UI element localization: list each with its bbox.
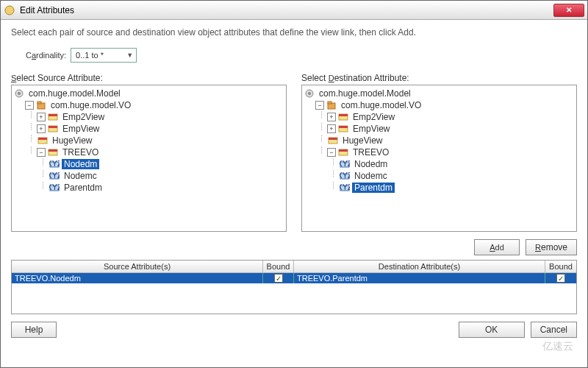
svg-text:XYZ: XYZ <box>340 183 350 191</box>
cancel-button[interactable]: Cancel <box>531 322 577 338</box>
destination-pane-label: Select Destination Attribute: <box>301 73 577 83</box>
tree-attr-item[interactable]: ┊XYZNodemc <box>13 170 284 182</box>
svg-rect-8 <box>49 126 57 128</box>
cell-destination: TREEVO.Parentdm <box>294 273 545 283</box>
dialog-title: Edit Attributes <box>20 5 553 15</box>
svg-rect-22 <box>328 102 331 104</box>
cardinality-row: Cardinality: 0..1 to * <box>11 48 577 63</box>
model-icon <box>304 88 315 99</box>
tree-view-item[interactable]: ┊−TREEVO <box>13 146 284 158</box>
svg-text:XYZ: XYZ <box>49 159 60 168</box>
source-tree[interactable]: com.huge.model.Model − com.huge.model.VO… <box>11 85 287 232</box>
add-remove-row: Add Remove <box>11 239 577 255</box>
svg-rect-6 <box>49 114 57 116</box>
svg-rect-30 <box>339 149 348 152</box>
checkbox-icon[interactable]: ✓ <box>274 274 283 283</box>
attribute-icon: XYZ <box>339 158 351 170</box>
source-selected-node: Nodedm <box>62 159 99 169</box>
svg-rect-10 <box>38 138 47 140</box>
view-icon <box>327 135 339 146</box>
destination-pane: Select Destination Attribute: com.huge.m… <box>301 73 577 232</box>
package-icon <box>326 99 337 111</box>
tree-package[interactable]: − com.huge.model.VO <box>13 99 284 111</box>
source-pane: Select Source Attribute: com.huge.model.… <box>11 73 287 232</box>
tree-attr-item[interactable]: ┊XYZParentdm <box>304 182 575 194</box>
svg-text:XYZ: XYZ <box>340 171 350 180</box>
expander-icon[interactable]: − <box>315 101 324 110</box>
svg-rect-4 <box>37 102 41 104</box>
dest-selected-node: Parentdm <box>352 183 395 193</box>
col-destination: Destination Attribute(s) <box>294 261 545 272</box>
checkbox-icon[interactable]: ✓ <box>556 274 565 283</box>
titlebar: Edit Attributes ✕ <box>1 1 587 20</box>
destination-tree[interactable]: com.huge.model.Model − com.huge.model.VO… <box>301 85 577 232</box>
help-button[interactable]: Help <box>11 322 57 338</box>
table-header: Source Attribute(s) Bound Destination At… <box>12 261 576 273</box>
package-icon <box>35 99 47 111</box>
view-icon <box>337 146 349 158</box>
tree-attr-item[interactable]: ┊XYZNodedm <box>13 158 284 170</box>
attribute-icon: XYZ <box>339 170 351 182</box>
tree-view-item[interactable]: ┊HugeView <box>13 135 284 146</box>
expander-icon[interactable]: + <box>37 113 46 121</box>
tree-root[interactable]: com.huge.model.Model <box>13 88 284 99</box>
view-icon <box>337 123 349 135</box>
svg-rect-12 <box>49 149 57 152</box>
view-icon <box>47 123 59 135</box>
svg-rect-26 <box>339 126 348 128</box>
svg-text:XYZ: XYZ <box>49 183 60 191</box>
expander-icon[interactable]: + <box>37 124 46 133</box>
tree-attr-item[interactable]: ┊XYZNodedm <box>304 158 575 170</box>
dialog-window: Edit Attributes ✕ Select each pair of so… <box>0 0 588 368</box>
tree-view-item[interactable]: ┊+EmpView <box>13 123 284 135</box>
expander-icon[interactable]: + <box>327 113 336 121</box>
expander-icon[interactable]: + <box>327 124 336 133</box>
model-icon <box>13 88 25 99</box>
content-area: Select each pair of source and destinati… <box>1 20 587 367</box>
tree-view-item[interactable]: ┊HugeView <box>304 135 575 146</box>
remove-button[interactable]: Remove <box>526 239 577 255</box>
col-bound-src: Bound <box>263 261 294 272</box>
svg-text:XYZ: XYZ <box>340 159 350 168</box>
attribute-icon: XYZ <box>49 158 60 170</box>
app-icon <box>4 4 15 16</box>
source-pane-label: Select Source Attribute: <box>11 73 287 83</box>
view-icon <box>47 111 59 123</box>
expander-icon[interactable]: − <box>25 101 34 110</box>
attribute-icon: XYZ <box>49 182 60 194</box>
tree-attr-item[interactable]: ┊XYZParentdm <box>13 182 284 194</box>
svg-rect-28 <box>329 138 337 140</box>
svg-point-0 <box>5 6 14 15</box>
tree-attr-item[interactable]: ┊XYZNodemc <box>304 170 575 182</box>
footer: Help OK Cancel <box>11 314 577 338</box>
view-icon <box>47 146 59 158</box>
cell-source: TREEVO.Nodedm <box>12 273 263 283</box>
tree-root[interactable]: com.huge.model.Model <box>304 88 575 99</box>
col-bound-dst: Bound <box>545 261 576 272</box>
cell-bound-src[interactable]: ✓ <box>263 273 294 283</box>
view-icon <box>37 135 49 146</box>
tree-view-item[interactable]: ┊−TREEVO <box>304 146 575 158</box>
tree-package[interactable]: − com.huge.model.VO <box>304 99 575 111</box>
view-icon <box>337 111 349 123</box>
table-row[interactable]: TREEVO.Nodedm ✓ TREEVO.Parentdm ✓ <box>12 273 576 283</box>
svg-point-20 <box>308 92 311 95</box>
attribute-icon: XYZ <box>49 170 60 182</box>
add-button[interactable]: Add <box>474 239 520 255</box>
tree-view-item[interactable]: ┊+Emp2View <box>13 111 284 123</box>
tree-view-item[interactable]: ┊+Emp2View <box>304 111 575 123</box>
cardinality-label: Cardinality: <box>26 50 66 60</box>
cell-bound-dst[interactable]: ✓ <box>545 273 576 283</box>
ok-button[interactable]: OK <box>459 322 525 338</box>
svg-text:XYZ: XYZ <box>49 171 60 180</box>
instruction-text: Select each pair of source and destinati… <box>11 27 577 38</box>
cardinality-select[interactable]: 0..1 to * <box>71 48 137 63</box>
attribute-icon: XYZ <box>339 182 351 194</box>
tree-view-item[interactable]: ┊+EmpView <box>304 123 575 135</box>
svg-point-2 <box>18 92 21 95</box>
attribute-panes: Select Source Attribute: com.huge.model.… <box>11 73 577 232</box>
close-button[interactable]: ✕ <box>553 4 584 17</box>
expander-icon[interactable]: − <box>327 148 336 157</box>
mapping-table: Source Attribute(s) Bound Destination At… <box>11 260 577 314</box>
expander-icon[interactable]: − <box>37 148 46 157</box>
